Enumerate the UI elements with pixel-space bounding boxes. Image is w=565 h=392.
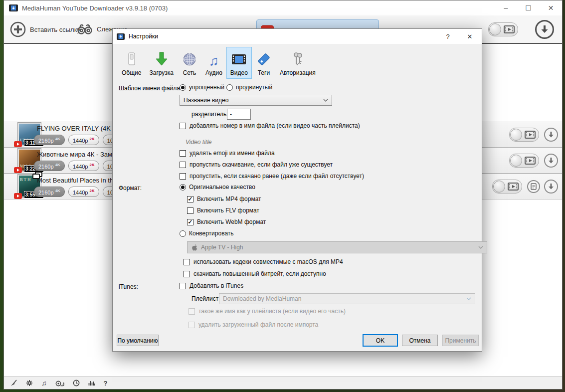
checkbox-higher-bitrate[interactable]: скачивать повышенный битрейт, если досту… bbox=[184, 270, 326, 277]
settings-tabs: Общие Загрузка Сеть ♫ Аудио bbox=[118, 47, 320, 79]
quality-badge-1440p[interactable]: 1440p 2K bbox=[68, 187, 99, 197]
row-media-toggle[interactable] bbox=[492, 180, 522, 194]
main-titlebar: MediaHuman YouTube Downloader v3.9.18 (0… bbox=[4, 0, 562, 15]
chevron-down-icon bbox=[466, 297, 471, 300]
tab-general[interactable]: Общие bbox=[118, 47, 145, 79]
dialog-titlebar: Настройки ? ✕ bbox=[113, 29, 482, 44]
dialog-close-button[interactable]: ✕ bbox=[460, 29, 480, 44]
tab-authorization[interactable]: Авторизация bbox=[276, 47, 320, 79]
radio-icon bbox=[226, 84, 233, 91]
row-download-button[interactable] bbox=[544, 154, 558, 168]
snail-icon[interactable] bbox=[55, 380, 64, 387]
quality-badge-2160p[interactable]: 2160p 4K bbox=[34, 161, 65, 171]
maximize-button[interactable]: ☐ bbox=[517, 0, 540, 15]
youtube-play-icon bbox=[14, 141, 22, 147]
thumbnail-caption: RTH bbox=[20, 177, 31, 182]
close-button[interactable]: ✕ bbox=[540, 0, 562, 15]
checkbox-macos-codecs[interactable]: использовать кодеки совместимые с macOS … bbox=[184, 258, 343, 265]
checkbox-add-to-itunes[interactable]: Добавлять в iTunes bbox=[180, 282, 243, 289]
row-download-button[interactable] bbox=[544, 128, 558, 142]
row-media-toggle[interactable] bbox=[509, 154, 539, 168]
help-icon[interactable]: ? bbox=[104, 380, 108, 387]
radio-convert[interactable]: Конвертировать bbox=[180, 230, 234, 237]
schedule-clock-icon[interactable] bbox=[73, 380, 80, 387]
cancel-button[interactable]: Отмена bbox=[402, 335, 438, 346]
defaults-button[interactable]: По умолчанию bbox=[117, 335, 159, 346]
app-icon bbox=[117, 33, 125, 40]
checkbox-delete-after-import: удалить загруженный файл после импорта bbox=[188, 321, 318, 328]
tab-video[interactable]: Видео bbox=[226, 47, 252, 79]
dialog-help-button[interactable]: ? bbox=[438, 29, 458, 44]
checkbox-icon bbox=[184, 259, 190, 265]
download-all-button[interactable] bbox=[535, 20, 554, 39]
settings-gear-icon[interactable] bbox=[26, 380, 33, 387]
row-subtitles-button[interactable] bbox=[527, 180, 540, 193]
tab-network[interactable]: Сеть bbox=[178, 47, 201, 79]
film-icon bbox=[525, 157, 536, 165]
youtube-play-icon bbox=[14, 193, 22, 199]
checkbox-skip-downloaded[interactable]: пропустить, если скачано ранее (даже есл… bbox=[180, 173, 364, 180]
apple-icon bbox=[191, 244, 197, 251]
itunes-label: iTunes: bbox=[119, 283, 138, 290]
toggle-knob bbox=[489, 23, 501, 35]
tab-tags[interactable]: Теги bbox=[252, 47, 276, 79]
convert-preset-combobox: Apple TV - High bbox=[187, 241, 487, 253]
checkbox-icon bbox=[180, 283, 186, 289]
checkbox-include-flv[interactable]: Включить FLV формат bbox=[187, 207, 259, 214]
paste-link-button[interactable]: Вставить ссылку bbox=[9, 20, 80, 38]
quality-badge-1440p[interactable]: 1440p 2K bbox=[68, 161, 99, 171]
quality-badge-2160p[interactable]: 2160p 4K bbox=[34, 187, 65, 197]
music-note-icon[interactable]: ♫ bbox=[41, 379, 47, 387]
checkbox-skip-existing[interactable]: пропустить скачивание, если файл уже сущ… bbox=[180, 161, 333, 168]
chevron-down-icon bbox=[323, 99, 328, 102]
row-media-toggle[interactable] bbox=[509, 128, 539, 142]
checkbox-add-number[interactable]: добавлять номер в имя файла (если видео … bbox=[180, 122, 360, 129]
cleanup-broom-icon[interactable] bbox=[10, 380, 17, 387]
plus-circle-icon bbox=[9, 20, 27, 38]
chevron-down-icon bbox=[478, 246, 483, 249]
quality-badge-2160p[interactable]: 2160p 4K bbox=[34, 135, 65, 145]
checkbox-same-playlist-name: такое же имя как у плейлиста (если видео… bbox=[188, 308, 346, 315]
quality-badge-1440p[interactable]: 1440p 2K bbox=[68, 135, 99, 145]
checkbox-include-mp4[interactable]: ✓ Включить MP4 формат bbox=[187, 196, 261, 202]
radio-original-quality[interactable]: Оригинальное качество bbox=[180, 184, 255, 191]
music-note-icon: ♫ bbox=[209, 50, 219, 68]
filename-template-label: Шаблон имени файла: bbox=[119, 85, 182, 92]
checkbox-include-webm[interactable]: ✓ Включить WebM формат bbox=[187, 218, 266, 225]
status-bar: ♫ ? bbox=[4, 377, 562, 389]
paste-link-label: Вставить ссылку bbox=[30, 26, 80, 33]
radio-icon bbox=[180, 184, 186, 191]
minimize-button[interactable]: – bbox=[495, 0, 517, 15]
toggle-knob bbox=[510, 129, 522, 141]
green-down-arrow-icon bbox=[154, 50, 170, 68]
toggle-knob bbox=[493, 181, 505, 193]
tab-audio[interactable]: ♫ Аудио bbox=[201, 47, 226, 79]
switch-icon bbox=[124, 50, 140, 68]
checkbox-icon bbox=[187, 207, 193, 214]
ok-button[interactable]: OK bbox=[363, 334, 398, 347]
global-media-toggle[interactable] bbox=[488, 22, 518, 36]
film-icon bbox=[231, 50, 247, 68]
separator-label: разделитель: bbox=[191, 111, 228, 118]
playlist-label: Плейлист: bbox=[191, 295, 220, 302]
film-icon bbox=[525, 131, 536, 139]
checkbox-checked-icon: ✓ bbox=[187, 219, 193, 225]
mediahuman-logo-icon[interactable] bbox=[88, 380, 95, 387]
checkbox-remove-emoji[interactable]: удалять emoji из имени файла bbox=[180, 150, 275, 157]
film-icon bbox=[508, 183, 519, 191]
keys-icon bbox=[290, 50, 306, 68]
radio-simple[interactable]: упрощенный bbox=[180, 84, 224, 91]
tab-download[interactable]: Загрузка bbox=[145, 47, 178, 79]
separator-input[interactable] bbox=[227, 109, 251, 120]
radio-advanced[interactable]: продвинутый bbox=[226, 84, 272, 91]
youtube-play-icon bbox=[14, 167, 22, 173]
app-icon bbox=[9, 4, 18, 11]
checkbox-icon bbox=[180, 123, 186, 129]
toggle-knob bbox=[510, 155, 522, 167]
row-download-button[interactable] bbox=[544, 180, 558, 194]
checkbox-icon bbox=[180, 150, 186, 157]
filename-pattern-combobox[interactable]: Название видео bbox=[180, 95, 332, 106]
apply-button[interactable]: Применить bbox=[442, 335, 479, 346]
checkbox-icon bbox=[188, 322, 195, 328]
checkbox-icon bbox=[184, 271, 190, 277]
